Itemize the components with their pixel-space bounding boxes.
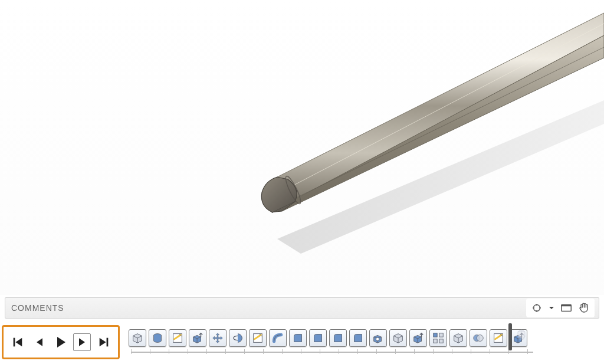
svg-line-3 (289, 24, 604, 188)
step-back-button[interactable] (31, 333, 48, 351)
feature-shell[interactable] (369, 329, 387, 347)
feature-sketch-2[interactable] (249, 329, 267, 347)
svg-point-25 (477, 335, 483, 342)
timeline-end-marker[interactable] (508, 323, 512, 350)
svg-rect-13 (14, 338, 15, 347)
model-render (0, 0, 604, 295)
svg-point-10 (533, 307, 534, 309)
timeline-track[interactable] (129, 348, 539, 358)
play-button[interactable] (52, 333, 70, 351)
svg-rect-14 (106, 338, 108, 347)
svg-rect-21 (439, 333, 443, 337)
feature-sketch-1[interactable] (169, 329, 186, 347)
feature-new-component[interactable] (129, 329, 146, 347)
feature-pattern[interactable] (429, 329, 447, 347)
svg-point-19 (376, 337, 379, 341)
feature-fillet-4[interactable] (349, 329, 367, 347)
svg-rect-12 (562, 305, 572, 307)
feature-sweep[interactable] (269, 329, 287, 347)
svg-point-9 (536, 310, 538, 312)
step-forward-button[interactable] (73, 333, 91, 351)
view-controls (526, 299, 595, 317)
comments-title: COMMENTS (11, 303, 64, 313)
go-to-end-button[interactable] (95, 333, 113, 351)
feature-revolve[interactable] (229, 329, 247, 347)
feature-extrude-1[interactable] (189, 329, 206, 347)
svg-rect-22 (434, 339, 437, 343)
caret-down-icon[interactable] (547, 301, 556, 315)
feature-sketch-3[interactable] (490, 329, 507, 347)
feature-fillet-2[interactable] (309, 329, 327, 347)
look-at-icon[interactable] (559, 301, 573, 315)
feature-fillet-3[interactable] (329, 329, 347, 347)
orbit-icon[interactable] (530, 301, 544, 315)
svg-point-6 (534, 305, 540, 311)
suppressed-features (514, 328, 528, 345)
svg-point-8 (539, 307, 541, 309)
viewport-3d[interactable] (0, 0, 604, 295)
go-to-start-button[interactable] (9, 333, 27, 351)
feature-body-2[interactable] (449, 329, 467, 347)
feature-extrude-2[interactable] (409, 329, 427, 347)
feature-combine[interactable] (470, 329, 487, 347)
playback-controls-highlight (2, 325, 120, 359)
comments-panel-header[interactable]: COMMENTS + (5, 297, 599, 319)
feature-body-1[interactable] (389, 329, 407, 347)
svg-rect-20 (434, 333, 437, 337)
svg-point-7 (536, 304, 538, 306)
svg-rect-23 (439, 339, 443, 343)
feature-move-1[interactable] (209, 329, 226, 347)
feature-fillet-1[interactable] (289, 329, 307, 347)
suppressed-feature-icon[interactable] (514, 328, 528, 342)
pan-hand-icon[interactable] (577, 301, 591, 315)
timeline (0, 323, 604, 359)
feature-cylinder[interactable] (149, 329, 166, 347)
